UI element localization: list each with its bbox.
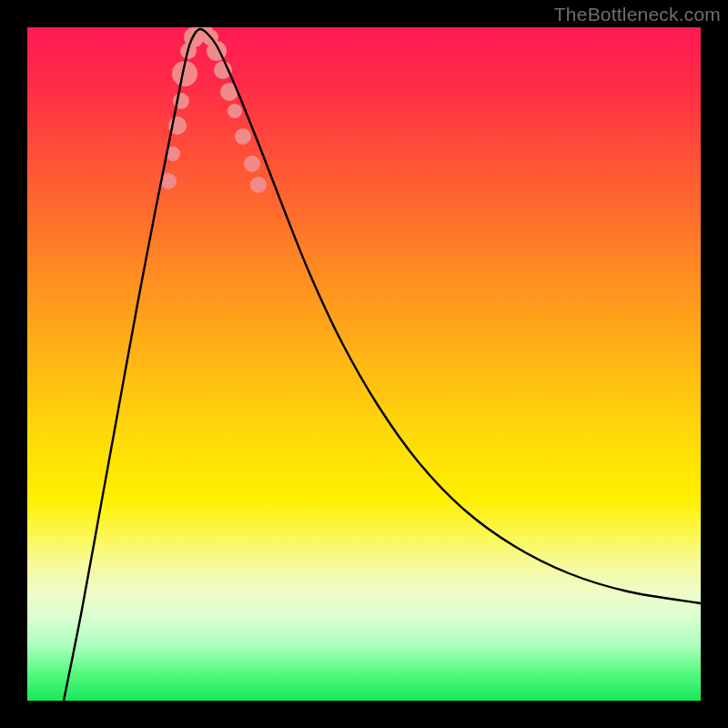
curve-marker [235,128,251,145]
chart-stage: TheBottleneck.com [0,0,728,728]
curve-marker [228,104,242,118]
curve-marker [250,177,267,193]
chart-plot-area [27,27,701,701]
chart-overlay-svg [27,27,701,701]
curve-marker [244,156,260,172]
watermark-text: TheBottleneck.com [554,4,721,25]
bottleneck-curve-path [64,29,701,701]
